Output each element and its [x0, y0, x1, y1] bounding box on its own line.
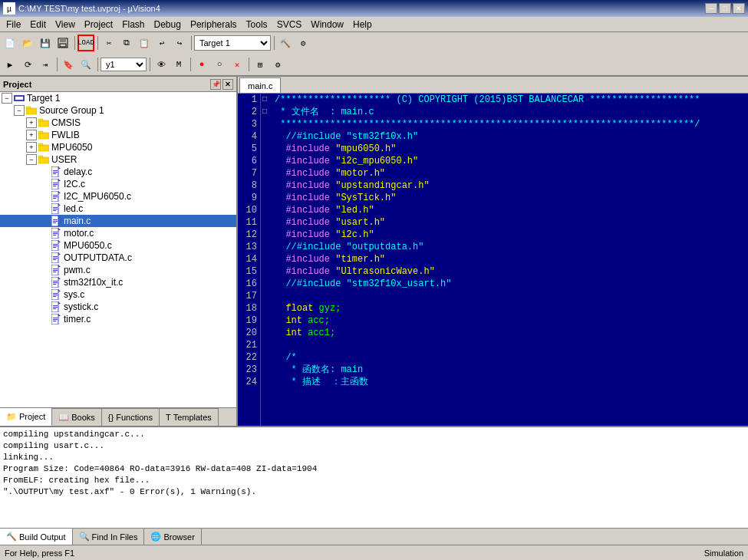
- title-controls[interactable]: ─ □ ✕: [705, 3, 745, 14]
- tree-item-MPU6050-c[interactable]: MPU6050.c: [0, 239, 236, 252]
- load-button[interactable]: LOAD: [77, 35, 94, 51]
- kill-button[interactable]: ✕: [229, 56, 245, 73]
- separator-3: [189, 35, 193, 51]
- cut-button[interactable]: ✂: [101, 35, 117, 51]
- menu-file[interactable]: File: [2, 17, 25, 31]
- tree-item-label: delay.c: [64, 166, 92, 177]
- menu-flash[interactable]: Flash: [117, 17, 149, 31]
- open-button[interactable]: 📂: [19, 35, 36, 51]
- step-button[interactable]: ⇥: [37, 56, 54, 73]
- save-button[interactable]: 💾: [37, 35, 54, 51]
- undo-button[interactable]: ↩: [153, 35, 170, 51]
- close-button[interactable]: ✕: [733, 3, 745, 14]
- tree-item-delay-c[interactable]: delay.c: [0, 166, 236, 178]
- tree-item-label: FWLIB: [51, 130, 80, 140]
- line-number: 17: [241, 290, 257, 302]
- maximize-button[interactable]: □: [719, 3, 731, 14]
- tab-books[interactable]: 📖 Books: [52, 408, 102, 426]
- folder-icon: [38, 142, 50, 153]
- menu-window[interactable]: Window: [306, 17, 348, 31]
- folder-icon: [38, 154, 50, 165]
- line-fold-marker[interactable]: □: [262, 106, 270, 118]
- panel-pin-button[interactable]: 📌: [210, 79, 221, 90]
- tab-browser[interactable]: 🌐 Browser: [144, 529, 201, 545]
- rebuild-button[interactable]: ⚙: [295, 35, 311, 51]
- new-file-button[interactable]: 📄: [2, 35, 18, 51]
- file-icon: [50, 301, 62, 312]
- tree-item-CMSIS[interactable]: +CMSIS: [0, 117, 236, 129]
- menu-peripherals[interactable]: Peripherals: [186, 17, 242, 31]
- redo-button[interactable]: ↪: [171, 35, 188, 51]
- tab-functions[interactable]: {} Functions: [102, 408, 160, 426]
- left-panel: Project 📌 ✕ −Target 1−Source Group 1+CMS…: [0, 77, 238, 426]
- tree-item-led-c[interactable]: led.c: [0, 203, 236, 215]
- menu-svcs[interactable]: SVCS: [272, 17, 307, 31]
- tree-item-I2C-c[interactable]: I2C.c: [0, 178, 236, 190]
- tree-toggle[interactable]: −: [2, 93, 12, 104]
- tree-item-MPU6050[interactable]: +MPU6050: [0, 141, 236, 153]
- paste-button[interactable]: 📋: [136, 35, 153, 51]
- tree-toggle[interactable]: +: [26, 142, 37, 153]
- bookmark-button[interactable]: 🔖: [60, 56, 77, 73]
- settings-button[interactable]: ⚙: [269, 56, 286, 73]
- find-button[interactable]: 🔍: [77, 56, 94, 73]
- target-select[interactable]: Target 1: [194, 35, 271, 51]
- tree-toggle[interactable]: −: [26, 154, 37, 165]
- menu-debug[interactable]: Debug: [150, 17, 186, 31]
- tree-toggle[interactable]: −: [14, 105, 25, 116]
- tree-toggle[interactable]: +: [26, 117, 37, 128]
- menu-edit[interactable]: Edit: [25, 17, 51, 31]
- build-output-content[interactable]: compiling upstandingcar.c...compiling us…: [0, 427, 748, 528]
- stop-button[interactable]: ●: [193, 56, 210, 73]
- tree-item-I2C-MPU6050-c[interactable]: I2C_MPU6050.c: [0, 190, 236, 203]
- code-editor[interactable]: 123456789101112131415161718192021222324 …: [238, 94, 748, 426]
- tree-item-timer-c[interactable]: timer.c: [0, 313, 236, 325]
- code-line: #include "timer.h": [275, 253, 745, 265]
- tree-item-USER[interactable]: −USER: [0, 153, 236, 166]
- tree-toggle[interactable]: +: [26, 130, 37, 140]
- reset-button[interactable]: ⟳: [19, 56, 36, 73]
- target-dropdown[interactable]: Target 1: [194, 35, 271, 51]
- panel-close-button[interactable]: ✕: [222, 79, 233, 90]
- menu-project[interactable]: Project: [80, 17, 117, 31]
- line-fold: □ □: [261, 94, 272, 426]
- menu-help[interactable]: Help: [348, 17, 377, 31]
- watch-button[interactable]: 👁: [153, 56, 170, 73]
- run-stop-button[interactable]: ○: [211, 56, 228, 73]
- tree-item-Source-Group-1[interactable]: −Source Group 1: [0, 104, 236, 117]
- svg-rect-20: [53, 183, 58, 183]
- code-line: //#include "outputdata.h": [275, 241, 745, 253]
- menu-view[interactable]: View: [51, 17, 80, 31]
- build-button[interactable]: 🔨: [277, 35, 294, 51]
- tab-project[interactable]: 📁 Project: [0, 407, 52, 426]
- tree-item-FWLIB[interactable]: +FWLIB: [0, 129, 236, 141]
- minimize-button[interactable]: ─: [705, 3, 717, 14]
- menu-tools[interactable]: Tools: [242, 17, 272, 31]
- tree-item-motor-c[interactable]: motor.c: [0, 227, 236, 239]
- tab-build-output[interactable]: 🔨 Build Output: [0, 529, 73, 545]
- tree-item-label: systick.c: [64, 301, 98, 312]
- save-all-button[interactable]: [54, 35, 71, 51]
- window-layout-button[interactable]: ⊞: [252, 56, 269, 73]
- register-select[interactable]: y1: [101, 58, 147, 71]
- tree-item-systick-c[interactable]: systick.c: [0, 301, 236, 313]
- tab-templates-label: Templates: [173, 413, 212, 422]
- debug-button[interactable]: ▶: [2, 56, 18, 73]
- menu-bar: File Edit View Project Flash Debug Perip…: [0, 17, 748, 32]
- line-fold-marker[interactable]: □: [262, 94, 270, 106]
- tab-find-in-files[interactable]: 🔍 Find In Files: [73, 529, 145, 545]
- tree-item-sys-c[interactable]: sys.c: [0, 288, 236, 301]
- file-icon: [50, 240, 62, 251]
- svg-rect-46: [53, 259, 56, 260]
- copy-button[interactable]: ⧉: [118, 35, 135, 51]
- tree-item-OUTPUTDATA-c[interactable]: OUTPUTDATA.c: [0, 252, 236, 264]
- project-tree[interactable]: −Target 1−Source Group 1+CMSIS+FWLIB+MPU…: [0, 92, 236, 407]
- tree-item-pwm-c[interactable]: pwm.c: [0, 264, 236, 276]
- tree-item-Target-1[interactable]: −Target 1: [0, 92, 236, 104]
- tree-item-main-c[interactable]: main.c: [0, 215, 236, 227]
- tab-templates[interactable]: T Templates: [160, 408, 219, 426]
- tree-item-stm32f10x-it-c[interactable]: stm32f10x_it.c: [0, 276, 236, 288]
- editor-tab-main[interactable]: main.c: [239, 77, 281, 93]
- mem-button[interactable]: M: [170, 56, 187, 73]
- panel-header-controls[interactable]: 📌 ✕: [210, 79, 233, 90]
